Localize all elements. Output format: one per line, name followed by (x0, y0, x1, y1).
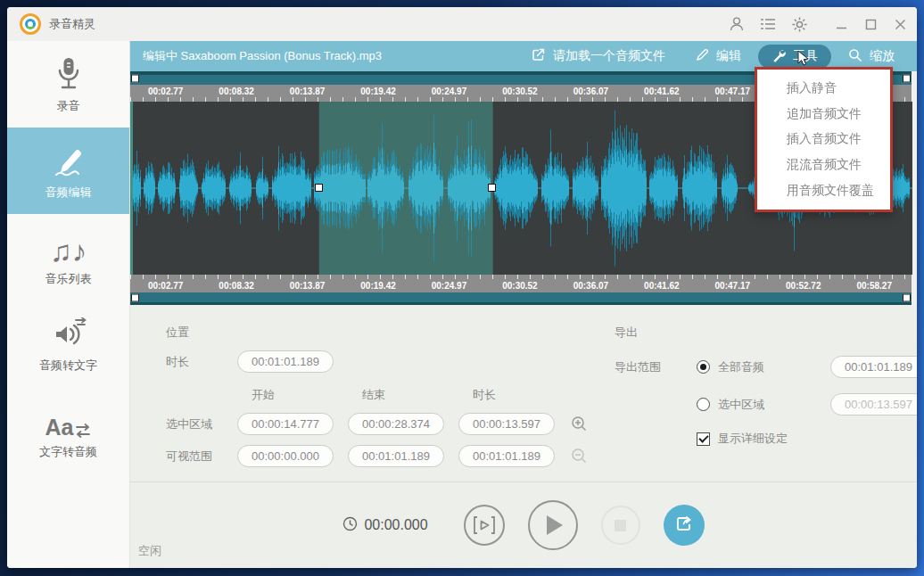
zoom-label: 缩放 (870, 48, 895, 64)
ruler-time-label: 00:36.07 (573, 86, 608, 96)
magnifier-icon (848, 48, 862, 65)
menu-item-mix-audio[interactable]: 混流音频文件 (787, 157, 890, 173)
settings-gear-icon[interactable] (791, 16, 808, 33)
scrollbar-handle-right[interactable] (903, 293, 911, 301)
radio-button[interactable] (697, 360, 710, 374)
tools-dropdown-menu: 插入静音 追加音频文件 插入音频文件 混流音频文件 用音频文件覆盖 (755, 67, 893, 212)
menu-item-append-audio[interactable]: 追加音频文件 (787, 106, 890, 122)
maximize-button[interactable] (865, 19, 877, 30)
visible-end-field[interactable]: 00:01:01.189 (348, 445, 444, 467)
ruler-time-label: 00:24.97 (432, 86, 466, 96)
play-button[interactable] (528, 500, 578, 550)
titlebar-icons (729, 16, 808, 33)
export-option-label: 选中区域 (718, 397, 764, 413)
text-to-speech-icon: Aa (45, 400, 92, 438)
play-selection-button[interactable] (464, 505, 505, 546)
load-audio-button[interactable]: 请加载一个音频文件 (518, 45, 679, 68)
col-header-end: 结束 (348, 387, 458, 403)
editing-filename: 编辑中 Saxaboom Passion (Bonus Track).mp3 (143, 48, 382, 64)
visible-range-label: 可视范围 (166, 448, 237, 465)
position-panel: 位置 时长 00:01:01.189 开始 结束 时长 选中区域 00:0 (130, 305, 598, 481)
load-file-icon (532, 48, 546, 64)
export-range-label: 导出范围 (615, 359, 697, 375)
time-ruler-bottom[interactable]: 00:02.7700:08.3200:13.8700:19.4200:24.97… (130, 275, 912, 292)
zoom-button[interactable]: 缩放 (835, 45, 908, 69)
export-selection-duration-field[interactable]: 00:00:13.597 (830, 393, 917, 416)
selection-start-field[interactable]: 00:00:14.777 (237, 413, 334, 435)
export-panel: 导出 导出范围 全部音频 00:01:01.189 (598, 305, 917, 481)
sidebar-item-record[interactable]: 录音 (7, 41, 129, 128)
close-button[interactable] (895, 19, 906, 30)
stop-button[interactable] (601, 506, 640, 545)
desktop-background: 录音精灵 录音 (0, 0, 924, 576)
sidebar-item-label: 音频编辑 (45, 185, 92, 201)
export-option-all[interactable]: 全部音频 (697, 359, 830, 375)
titlebar: 录音精灵 (7, 7, 917, 41)
music-notes-icon: ♫♪ (50, 227, 87, 265)
selection-end-field[interactable]: 00:00:28.374 (348, 413, 444, 435)
col-header-duration: 时长 (458, 387, 569, 403)
app-title: 录音精灵 (49, 16, 95, 32)
menu-item-insert-silence[interactable]: 插入静音 (787, 80, 890, 96)
selection-handle-left[interactable] (315, 184, 323, 192)
scrollbar-handle-right[interactable] (903, 74, 911, 82)
menu-list-icon[interactable] (760, 17, 776, 31)
playback-time-value: 00:00.000 (364, 517, 427, 533)
clock-icon (342, 516, 358, 535)
ruler-time-label: 00:30.52 (502, 281, 537, 291)
ruler-time-label: 00:02.77 (148, 86, 183, 96)
selected-range-label: 选中区域 (166, 416, 237, 432)
visible-duration-field[interactable]: 00:01:01.189 (458, 445, 555, 467)
scrollbar-handle-left[interactable] (131, 74, 139, 82)
position-heading: 位置 (166, 325, 598, 341)
duration-value-field[interactable]: 00:01:01.189 (237, 350, 334, 373)
selection-handle-right[interactable] (488, 184, 496, 192)
visible-start-field[interactable]: 00:00:00.000 (237, 445, 334, 467)
ruler-time-label: 00:41.62 (644, 281, 679, 291)
radio-button[interactable] (697, 398, 710, 411)
detail-settings-option[interactable]: 显示详细设定 (697, 431, 788, 447)
zoom-in-icon[interactable] (571, 416, 588, 432)
sidebar-item-label: 音乐列表 (45, 271, 92, 287)
ruler-time-label: 00:13.87 (290, 281, 325, 291)
edit-label: 编辑 (716, 48, 741, 64)
sidebar-item-label: 音频转文字 (39, 358, 97, 374)
ruler-time-label: 00:58.27 (856, 281, 891, 291)
ruler-time-label: 00:02.77 (148, 281, 183, 291)
export-heading: 导出 (615, 325, 917, 341)
zoom-out-icon[interactable] (571, 448, 588, 465)
sidebar-item-music-list[interactable]: ♫♪ 音乐列表 (7, 214, 129, 300)
sidebar-item-audio-edit[interactable]: 音频编辑 (7, 128, 129, 214)
sidebar-item-label: 文字转音频 (39, 444, 97, 460)
minimize-button[interactable] (836, 19, 847, 30)
ruler-time-label: 00:30.52 (502, 86, 537, 96)
scrollbar-handle-left[interactable] (131, 293, 139, 301)
sidebar-item-audio-to-text[interactable]: 音频转文字 (7, 300, 129, 387)
playback-time: 00:00.000 (342, 516, 427, 535)
tools-button[interactable]: 工具 (758, 45, 831, 69)
share-icon (674, 514, 694, 537)
ruler-time-label: 00:24.97 (432, 281, 466, 291)
selection-duration-field[interactable]: 00:00:13.597 (458, 413, 555, 435)
range-column-headers: 开始 结束 时长 (237, 387, 598, 403)
pencil-edit-icon (51, 141, 87, 178)
menu-item-insert-audio[interactable]: 插入音频文件 (787, 131, 890, 147)
export-all-duration-field[interactable]: 00:01:01.189 (830, 356, 917, 378)
export-share-button[interactable] (664, 505, 705, 546)
speech-to-text-icon (49, 314, 88, 351)
edit-button[interactable]: 编辑 (682, 45, 755, 68)
status-text: 空闲 (138, 543, 161, 559)
sidebar-item-text-to-audio[interactable]: Aa 文字转音频 (7, 387, 129, 473)
menu-item-overwrite-audio[interactable]: 用音频文件覆盖 (787, 183, 890, 199)
ruler-time-label: 00:41.62 (644, 86, 679, 96)
sidebar-item-label: 录音 (57, 98, 80, 114)
sidebar: 录音 音频编辑 ♫♪ 音乐列表 音频转文字 (7, 41, 130, 568)
app-window: 录音精灵 录音 (7, 7, 917, 568)
export-option-selection[interactable]: 选中区域 (697, 397, 830, 413)
waveform-scrollbar-bottom[interactable] (130, 292, 912, 305)
detail-settings-label: 显示详细设定 (718, 431, 788, 447)
detail-settings-checkbox[interactable] (697, 432, 710, 446)
user-icon[interactable] (729, 16, 745, 32)
duration-label: 时长 (166, 354, 237, 370)
microphone-icon (55, 54, 82, 92)
